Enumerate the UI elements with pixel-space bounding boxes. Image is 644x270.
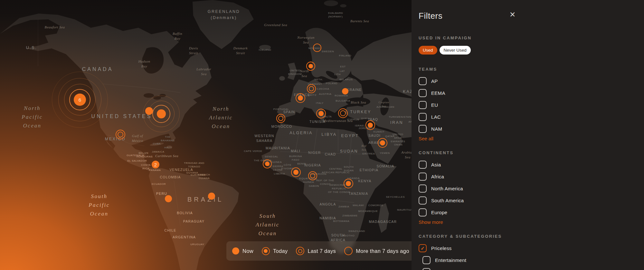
- category-checkbox-priceless[interactable]: ✓Priceless: [419, 242, 567, 254]
- unchecked-checkbox-icon[interactable]: [419, 101, 427, 109]
- checkbox-label: South America: [431, 198, 464, 203]
- section-teams: TEAMS APEEMAEULACNAM See all: [419, 67, 567, 142]
- categories-checklist: ✓PricelessEntertainment: [419, 242, 567, 270]
- see-all-link[interactable]: See all: [419, 136, 433, 141]
- legend-item-last-7-days: Last 7 days: [296, 247, 336, 255]
- checked-checkbox-icon[interactable]: ✓: [419, 244, 427, 252]
- continent-checkbox-asia[interactable]: Asia: [419, 159, 567, 171]
- checkbox-label: Africa: [431, 174, 444, 179]
- legend-label: Now: [242, 248, 253, 254]
- map-legend: NowTodayLast 7 daysMore than 7 days ago: [226, 241, 412, 261]
- checkbox-label: EEMA: [431, 90, 445, 96]
- category-checkbox-blank[interactable]: [422, 266, 567, 270]
- unchecked-checkbox-icon[interactable]: [419, 125, 427, 133]
- continent-checkbox-north-america[interactable]: North America: [419, 183, 567, 195]
- unchecked-checkbox-icon[interactable]: [422, 256, 431, 264]
- unchecked-checkbox-icon[interactable]: [419, 173, 427, 181]
- show-more-link[interactable]: Show more: [419, 219, 443, 225]
- checkbox-label: Priceless: [431, 245, 452, 251]
- checkbox-label: EU: [431, 102, 438, 108]
- legend-label: More than 7 days ago: [356, 248, 409, 254]
- unchecked-checkbox-icon[interactable]: [419, 208, 427, 216]
- section-heading: TEAMS: [419, 67, 567, 72]
- world-map-landmass: [0, 0, 412, 270]
- close-icon[interactable]: ✕: [509, 11, 516, 18]
- filters-panel: Filters ✕ USED IN CAMPAIGN UsedNever Use…: [412, 0, 644, 270]
- team-checkbox-ap[interactable]: AP: [419, 75, 567, 87]
- legend-label: Last 7 days: [308, 248, 336, 254]
- unchecked-checkbox-icon[interactable]: [419, 113, 427, 121]
- category-checkbox-entertainment[interactable]: Entertainment: [422, 254, 567, 266]
- unchecked-checkbox-icon[interactable]: [419, 161, 427, 169]
- team-checkbox-lac[interactable]: LAC: [419, 111, 567, 123]
- legend-item-more-than-7-days-ago: More than 7 days ago: [344, 247, 409, 255]
- legend-label: Today: [273, 248, 288, 254]
- team-checkbox-nam[interactable]: NAM: [419, 123, 567, 135]
- legend-item-today: Today: [262, 247, 288, 255]
- continent-checkbox-africa[interactable]: Africa: [419, 171, 567, 183]
- checkbox-label: LAC: [431, 114, 441, 120]
- unchecked-checkbox-icon[interactable]: [419, 196, 427, 205]
- checkbox-label: NAM: [431, 126, 442, 132]
- checkbox-label: North America: [431, 186, 463, 191]
- campaign-chips: UsedNever Used: [419, 46, 567, 55]
- continents-checklist: AsiaAfricaNorth AmericaSouth AmericaEuro…: [419, 159, 567, 218]
- checkbox-label: Asia: [431, 162, 441, 167]
- now-marker-icon: [232, 247, 239, 255]
- section-heading: CONTINENTS: [419, 150, 567, 155]
- section-categories: CATEGORY & SUBCATEGORIES ✓PricelessEnter…: [419, 234, 567, 270]
- section-heading: CATEGORY & SUBCATEGORIES: [419, 234, 567, 239]
- continent-checkbox-south-america[interactable]: South America: [419, 195, 567, 206]
- world-map-canvas[interactable]: North Pacific OceanNorth Atlantic OceanS…: [0, 0, 412, 270]
- today-marker-icon: [262, 247, 270, 255]
- app-window: North Pacific OceanNorth Atlantic OceanS…: [0, 0, 644, 270]
- section-heading: USED IN CAMPAIGN: [419, 35, 567, 40]
- legend-item-now: Now: [232, 247, 253, 255]
- older-marker-icon: [344, 247, 353, 255]
- checkbox-label: Europe: [431, 210, 447, 215]
- unchecked-checkbox-icon[interactable]: [419, 185, 427, 193]
- unchecked-checkbox-icon[interactable]: [419, 89, 427, 97]
- continent-checkbox-europe[interactable]: Europe: [419, 206, 567, 218]
- teams-checklist: APEEMAEULACNAM: [419, 75, 567, 135]
- section-continents: CONTINENTS AsiaAfricaNorth AmericaSouth …: [419, 150, 567, 225]
- unchecked-checkbox-icon[interactable]: [422, 268, 431, 270]
- team-checkbox-eu[interactable]: EU: [419, 99, 567, 111]
- unchecked-checkbox-icon[interactable]: [419, 77, 427, 85]
- section-used-in-campaign: USED IN CAMPAIGN UsedNever Used: [419, 35, 567, 55]
- last7-marker-icon: [296, 247, 304, 255]
- checkbox-label: AP: [431, 78, 438, 84]
- campaign-chip-never-used[interactable]: Never Used: [440, 46, 471, 55]
- team-checkbox-eema[interactable]: EEMA: [419, 87, 567, 99]
- checkbox-label: Entertainment: [435, 257, 466, 263]
- campaign-chip-used[interactable]: Used: [419, 46, 437, 55]
- panel-title: Filters: [419, 11, 442, 21]
